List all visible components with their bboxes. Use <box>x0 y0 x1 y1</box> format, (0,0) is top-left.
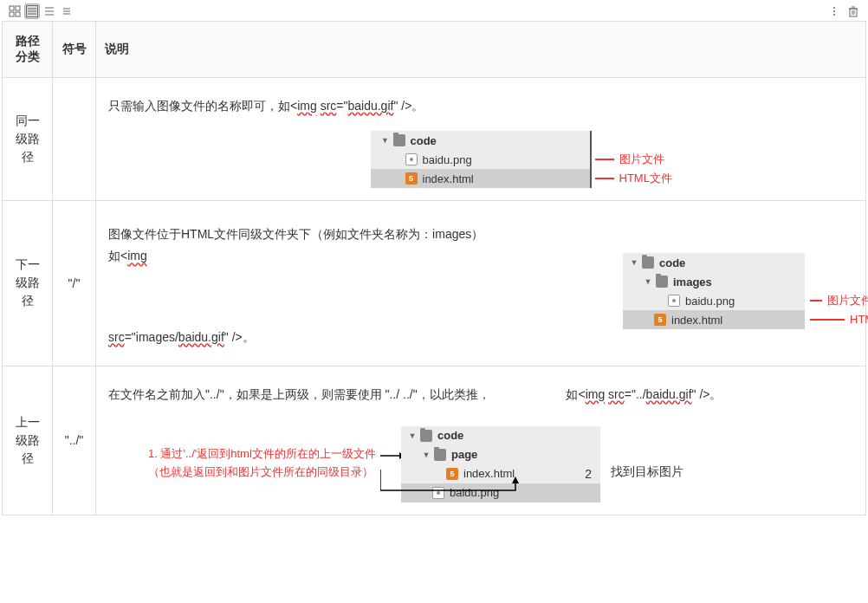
html-file-icon: 5 <box>654 314 666 326</box>
toolbar-right <box>826 3 861 19</box>
header-symbol: 符号 <box>53 22 96 78</box>
caret-down-icon: ▼ <box>630 258 638 267</box>
header-category: 路径分类 <box>3 22 53 78</box>
folder-icon <box>420 430 432 442</box>
caret-down-icon: ▼ <box>422 451 431 459</box>
step-number: 2 <box>585 467 592 481</box>
desc-text: 只需输入图像文件的名称即可，如<img src="baidu.gif" />。 <box>105 90 857 122</box>
svg-point-14 <box>833 7 835 9</box>
header-desc: 说明 <box>96 22 866 78</box>
svg-rect-3 <box>16 12 20 16</box>
trash-icon[interactable] <box>845 3 861 19</box>
category-label: 下一级路径 <box>11 256 43 310</box>
annotation: 图片文件 <box>590 152 664 167</box>
image-file-icon <box>432 487 444 499</box>
table-row: 同一级路径 只需输入图像文件的名称即可，如<img src="baidu.gif… <box>3 78 866 201</box>
svg-point-16 <box>833 14 835 16</box>
tree-folder-label: code <box>659 256 685 269</box>
image-file-icon <box>405 153 418 165</box>
svg-rect-2 <box>10 12 14 16</box>
symbol-cell: "../" <box>53 366 96 515</box>
toolbar <box>2 2 866 21</box>
annotation: HTML文件 <box>805 312 868 327</box>
file-tree: ▼ code baidu.png 图片文件 5 index.html <box>371 131 592 188</box>
annotation-note: 1. 通过'../'返回到html文件的所在的上一级文件 （也就是返回到和图片文… <box>105 426 391 482</box>
category-label: 上一级路径 <box>11 413 43 468</box>
annotation: HTML文件 <box>590 171 672 186</box>
folder-icon <box>434 449 446 461</box>
list-view-boxed-icon[interactable] <box>24 3 40 19</box>
tree-file-label: index.html <box>671 314 722 327</box>
tree-folder-label: images <box>673 276 712 289</box>
folder-icon <box>642 256 654 269</box>
list-view-icon[interactable] <box>42 3 57 19</box>
desc-text: 图像文件位于HTML文件同级文件夹下（例如文件夹名称为：images） 如<im… <box>105 218 606 272</box>
tree-folder-label: code <box>411 134 437 147</box>
folder-icon <box>656 276 668 288</box>
path-table: 路径分类 符号 说明 同一级路径 只需输入图像文件的名称即可，如<img src… <box>2 21 866 515</box>
desc-text: 在文件名之前加入"../"，如果是上两级，则需要使用 "../ ../"，以此类… <box>105 379 857 411</box>
tree-folder-label: code <box>437 429 463 442</box>
svg-point-15 <box>833 10 835 12</box>
tree-file-label: baidu.png <box>685 295 735 308</box>
html-file-icon: 5 <box>446 468 458 480</box>
symbol-cell <box>53 78 96 201</box>
annotation: 图片文件 <box>805 293 868 308</box>
tree-folder-label: page <box>451 448 477 461</box>
table-row: 上一级路径 "../" 在文件名之前加入"../"，如果是上两级，则需要使用 "… <box>3 366 866 515</box>
compact-view-icon[interactable] <box>59 3 74 19</box>
svg-rect-1 <box>16 6 20 10</box>
toolbar-left <box>7 3 74 19</box>
caret-down-icon: ▼ <box>408 431 417 440</box>
caret-down-icon: ▼ <box>381 136 390 145</box>
caret-down-icon: ▼ <box>644 277 652 286</box>
folder-icon <box>393 134 405 146</box>
tree-file-label: baidu.png <box>423 153 472 166</box>
file-tree: ▼ code ▼ page 5 index.html <box>401 426 600 502</box>
tree-file-label: index.html <box>463 467 515 480</box>
grid-view-icon[interactable] <box>7 3 23 19</box>
tree-file-label: index.html <box>423 172 474 185</box>
tree-file-label: baidu.png <box>450 486 499 499</box>
symbol-cell: "/" <box>53 201 96 366</box>
html-file-icon: 5 <box>405 172 418 185</box>
category-label: 同一级路径 <box>11 112 43 166</box>
more-icon[interactable] <box>826 3 842 19</box>
svg-rect-0 <box>10 6 14 10</box>
svg-rect-17 <box>850 9 857 16</box>
file-tree: ▼ code ▼ images baidu.png <box>623 253 805 329</box>
image-file-icon <box>668 295 680 307</box>
table-row: 下一级路径 "/" 图像文件位于HTML文件同级文件夹下（例如文件夹名称为：im… <box>3 201 866 366</box>
step-label: 找到目标图片 <box>611 426 683 480</box>
